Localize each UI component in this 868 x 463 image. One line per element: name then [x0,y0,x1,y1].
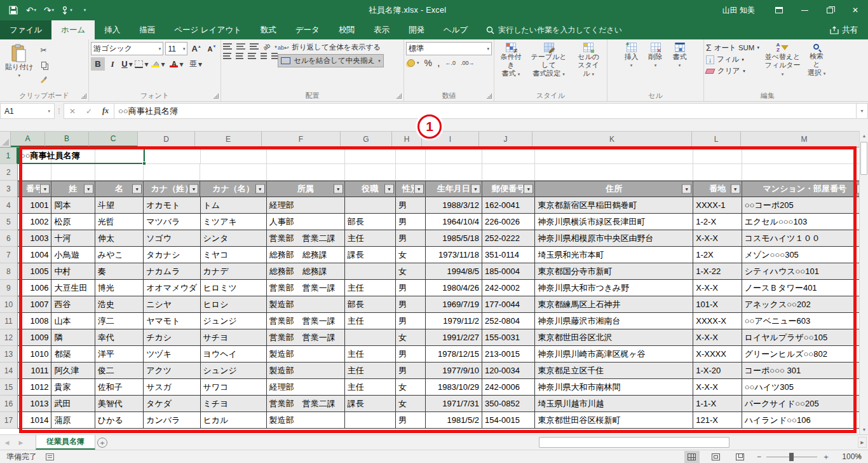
minimize-button[interactable] [792,0,817,20]
table-cell[interactable]: 俊二 [95,363,144,379]
table-cell[interactable]: 女 [396,379,426,396]
table-header-cell[interactable]: 番地▼ [693,181,742,197]
table-cell[interactable]: 1985/5/18 [426,230,482,247]
grid-cell[interactable] [426,164,482,181]
table-cell[interactable]: 営業部 営業一課 [267,329,345,346]
collapse-ribbon-icon[interactable]: ∧ [857,452,862,459]
grid-cell[interactable] [200,164,266,181]
table-cell[interactable]: パークサイド○○205 [742,396,868,412]
table-cell[interactable]: 1-2X [693,247,742,263]
table-cell[interactable]: 総務部 総務課 [267,263,345,280]
table-cell[interactable]: ジュンジ [201,313,267,329]
touch-mode-icon[interactable]: ▾ [58,2,75,18]
table-cell[interactable]: コスモハイツ１００ [742,230,868,247]
table-cell[interactable]: 経理部 [267,379,345,396]
table-cell[interactable] [345,329,396,346]
horizontal-scrollbar[interactable]: ▶ [532,437,858,448]
format-cells-button[interactable]: 書式▾ [670,41,690,71]
table-cell[interactable]: 神奈川県相模原市中央区由野台 [535,230,693,247]
cell-styles-button[interactable]: セルの スタイル ▾ [572,41,605,80]
close-button[interactable]: ✕ [843,0,868,20]
paste-button[interactable]: 貼り付け ▾ [2,41,37,81]
filter-button[interactable]: ▼ [255,184,265,194]
table-cell[interactable]: 1-X-22 [693,263,742,280]
table-cell[interactable]: 主任 [345,363,396,379]
grid-cell[interactable] [535,148,693,164]
table-cell[interactable]: 350-0852 [482,396,535,412]
user-name[interactable]: 山田 知美 [722,5,755,16]
table-cell[interactable]: 1979/11/2 [426,313,482,329]
table-cell[interactable]: X-X-X [693,379,742,396]
align-right-icon[interactable] [248,53,256,60]
filter-button[interactable]: ▼ [189,184,198,194]
table-cell[interactable]: XXXX-X [693,313,742,329]
table-cell[interactable]: ひかる [95,412,144,429]
table-cell[interactable]: 213-0015 [482,346,535,363]
table-cell[interactable]: 山本 [51,313,95,329]
table-cell[interactable]: 幸代 [95,329,144,346]
table-cell[interactable]: 洋平 [95,346,144,363]
table-cell[interactable]: 浩史 [95,296,144,313]
table-cell[interactable]: みやこ [95,247,144,263]
row-header-14[interactable]: 14 [0,363,18,379]
bold-button[interactable]: B [91,57,105,71]
row-header-11[interactable]: 11 [0,313,18,329]
ribbon-tab[interactable]: 校閲 [329,20,364,39]
table-cell[interactable]: 松原 [51,214,95,230]
table-cell[interactable]: 1973/11/18 [426,247,482,263]
table-cell[interactable]: 製造部 [267,412,345,429]
table-cell[interactable]: 女 [396,396,426,412]
align-top-icon[interactable] [223,43,232,50]
ribbon-display-options-icon[interactable] [766,0,792,20]
grid-cell[interactable] [742,148,868,164]
table-header-cell[interactable]: 住所▼ [535,181,693,197]
table-cell[interactable]: ソゴウ [144,230,200,247]
table-cell[interactable]: 中村 [51,263,95,280]
ribbon-tab[interactable]: 挿入 [95,20,130,39]
filter-button[interactable]: ▼ [334,184,343,194]
find-select-button[interactable]: 検索と 選択 ▾ [804,41,829,79]
table-header-cell[interactable]: 役職▼ [345,181,396,197]
table-cell[interactable]: サスガ [144,379,200,396]
table-cell[interactable]: 男 [396,280,426,296]
filter-button[interactable]: ▼ [384,184,394,194]
grid-cell[interactable] [144,164,200,181]
fill-color-icon[interactable]: ▾ [149,57,167,71]
table-header-cell[interactable]: 郵便番号▼ [482,181,535,197]
table-header-cell[interactable]: マンション・部屋番号▼ [742,181,868,197]
table-cell[interactable]: 185-0004 [482,263,535,280]
table-cell[interactable] [345,412,396,429]
grid-cell[interactable] [95,148,144,164]
table-cell[interactable]: 営業部 営業二課 [267,396,345,412]
table-cell[interactable]: 242-0002 [482,280,535,296]
table-cell[interactable]: 1010 [18,346,52,363]
grid-cell[interactable] [742,164,868,181]
table-header-cell[interactable]: 所属▼ [267,181,345,197]
ribbon-tab[interactable]: ページ レイアウト [165,20,251,39]
table-cell[interactable]: 阿久津 [51,363,95,379]
orientation-icon[interactable]: ab [262,42,271,52]
table-cell[interactable]: 1991/2/27 [426,329,482,346]
table-cell[interactable]: 1009 [18,329,52,346]
table-cell[interactable]: 1981/5/2 [426,412,482,429]
table-cell[interactable]: ヒロシ [201,296,267,313]
table-cell[interactable]: 1969/7/19 [426,296,482,313]
ribbon-tab[interactable]: 描画 [130,20,165,39]
table-cell[interactable] [345,197,396,214]
column-header-C[interactable]: C [89,132,138,147]
table-cell[interactable]: 都築 [51,346,95,363]
wrap-text-button[interactable]: ab↩ 折り返して全体を表示する [278,43,402,52]
row-header-3[interactable]: 3 [0,181,18,197]
formula-input[interactable]: ○○商事社員名簿 [114,103,857,119]
autosum-button[interactable]: Σオート SUM▾ [706,43,761,53]
table-cell[interactable]: 1977/9/10 [426,363,482,379]
table-cell[interactable]: アネックス○○202 [742,296,868,313]
grid-cell[interactable] [345,164,396,181]
table-cell[interactable]: 1006 [18,280,52,296]
cut-icon[interactable]: ✂ [37,43,51,57]
table-cell[interactable]: XXXX-1 [693,197,742,214]
table-header-cell[interactable]: 名▼ [95,181,144,197]
column-header-F[interactable]: F [262,132,341,147]
table-cell[interactable]: 貴家 [51,379,95,396]
grid-cell[interactable] [535,164,693,181]
